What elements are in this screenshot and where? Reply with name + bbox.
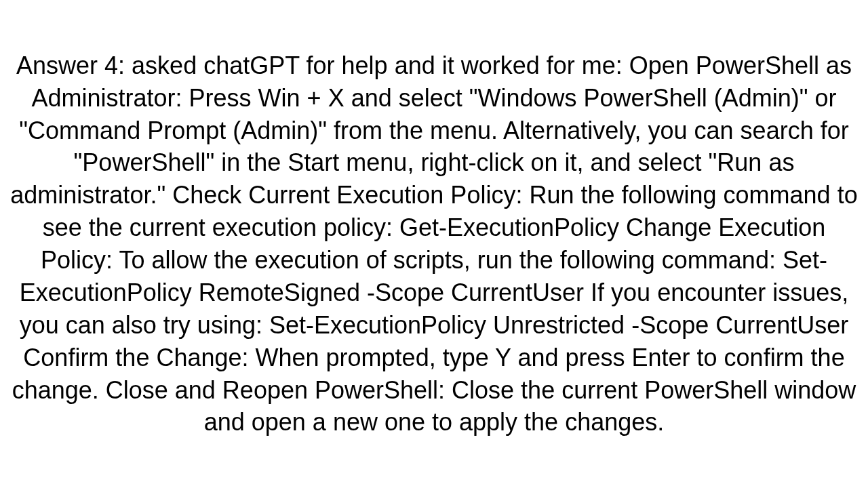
document-container: Answer 4: asked chatGPT for help and it … (0, 0, 868, 488)
document-body-text: Answer 4: asked chatGPT for help and it … (5, 49, 863, 439)
